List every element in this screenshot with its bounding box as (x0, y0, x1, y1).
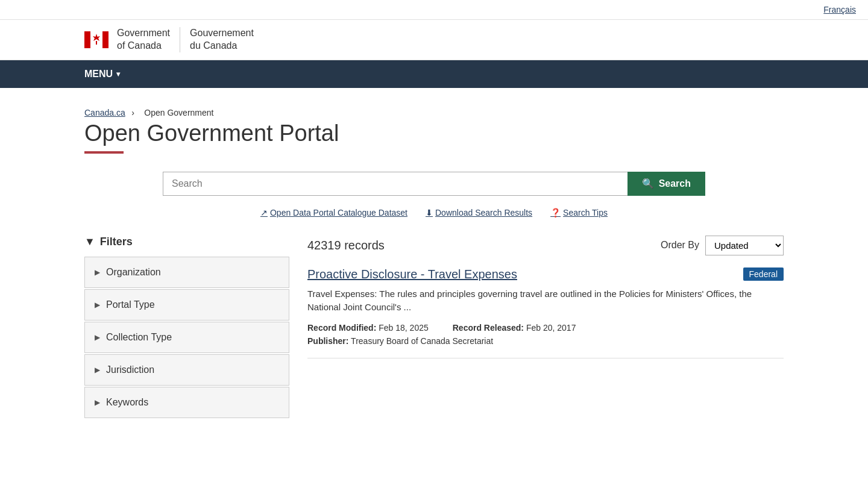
publisher-label: Publisher: (307, 336, 348, 346)
menu-label: MENU (84, 69, 113, 80)
svg-rect-4 (96, 41, 97, 45)
open-data-catalogue-label: Open Data Portal Catalogue Dataset (270, 208, 407, 217)
breadcrumb-separator: › (131, 108, 134, 117)
search-tips-label: Search Tips (563, 208, 608, 217)
lang-toggle[interactable]: Français (823, 5, 856, 14)
help-icon: ❓ (550, 208, 561, 217)
result-card: Proactive Disclosure - Travel Expenses F… (307, 267, 784, 358)
filters-label: Filters (100, 236, 133, 248)
search-links: ↗ Open Data Portal Catalogue Dataset ⬇ D… (84, 208, 784, 217)
publisher-value: Treasury Board of Canada Secretariat (351, 336, 493, 346)
filter-keywords-toggle[interactable]: ▶ Keywords (85, 387, 289, 418)
filter-collection-type-toggle[interactable]: ▶ Collection Type (85, 322, 289, 352)
filter-portal-type: ▶ Portal Type (84, 289, 289, 321)
canada-flag-icon (84, 31, 108, 48)
content-area: ▼ Filters ▶ Organization ▶ Portal Type (84, 236, 784, 419)
filter-jurisdiction-label: Jurisdiction (106, 364, 154, 375)
federal-badge: Federal (743, 267, 784, 281)
search-input[interactable] (163, 172, 627, 196)
header: Governmentof Canada Gouvernementdu Canad… (0, 20, 868, 60)
order-by-section: Order By Updated Relevance Name (661, 236, 784, 255)
filter-triangle-icon: ▶ (95, 268, 100, 277)
open-data-catalogue-link[interactable]: ↗ Open Data Portal Catalogue Dataset (260, 208, 407, 217)
filter-collection-type: ▶ Collection Type (84, 322, 289, 353)
filters-header: ▼ Filters (84, 236, 289, 248)
external-link-icon: ↗ (260, 208, 268, 217)
record-modified-label: Record Modified: (307, 323, 376, 333)
filter-triangle-icon-4: ▶ (95, 366, 100, 374)
filter-collection-type-label: Collection Type (106, 332, 172, 343)
record-released: Record Released: Feb 20, 2017 (453, 323, 576, 333)
filter-triangle-icon-5: ▶ (95, 398, 100, 407)
search-section: 🔍 Search (84, 172, 784, 196)
filter-jurisdiction-toggle[interactable]: ▶ Jurisdiction (85, 355, 289, 385)
filter-triangle-icon-2: ▶ (95, 301, 100, 309)
order-by-label: Order By (661, 240, 699, 251)
nav-bar: MENU ▾ (0, 60, 868, 88)
download-icon: ⬇ (426, 208, 433, 217)
record-modified-value: Feb 18, 2025 (379, 323, 429, 333)
gov-name-en: Governmentof Canada (117, 27, 170, 52)
filter-portal-type-toggle[interactable]: ▶ Portal Type (85, 290, 289, 320)
download-results-label: Download Search Results (435, 208, 532, 217)
menu-button[interactable]: MENU ▾ (84, 60, 120, 88)
breadcrumb: Canada.ca › Open Government (84, 100, 784, 120)
search-wrapper: 🔍 Search (163, 172, 705, 196)
breadcrumb-current: Open Government (144, 108, 213, 117)
search-icon: 🔍 (642, 178, 654, 189)
result-card-header: Proactive Disclosure - Travel Expenses F… (307, 267, 784, 281)
svg-rect-0 (84, 31, 90, 48)
page-title: Open Government Portal (84, 120, 784, 146)
filter-triangle-icon-3: ▶ (95, 333, 100, 342)
search-button-label: Search (659, 178, 691, 189)
title-underline (84, 151, 124, 154)
record-released-value: Feb 20, 2017 (526, 323, 576, 333)
results-area: 42319 records Order By Updated Relevance… (307, 236, 784, 419)
breadcrumb-home[interactable]: Canada.ca (84, 108, 125, 117)
filter-icon: ▼ (84, 236, 95, 248)
gov-name-fr: Gouvernementdu Canada (190, 28, 254, 51)
result-title: Proactive Disclosure - Travel Expenses (307, 267, 517, 281)
filter-keywords-label: Keywords (106, 397, 148, 408)
results-header: 42319 records Order By Updated Relevance… (307, 236, 784, 255)
result-description: Travel Expenses: The rules and principle… (307, 287, 784, 314)
download-results-link[interactable]: ⬇ Download Search Results (426, 208, 532, 217)
record-modified: Record Modified: Feb 18, 2025 (307, 323, 429, 333)
search-button[interactable]: 🔍 Search (627, 172, 705, 196)
filter-organization-toggle[interactable]: ▶ Organization (85, 257, 289, 287)
filter-jurisdiction: ▶ Jurisdiction (84, 354, 289, 386)
top-bar: Français (0, 0, 868, 20)
menu-chevron-icon: ▾ (116, 70, 120, 78)
result-title-link[interactable]: Proactive Disclosure - Travel Expenses (307, 267, 517, 281)
main-content: Canada.ca › Open Government Open Governm… (0, 88, 868, 443)
svg-rect-2 (102, 31, 108, 48)
filter-organization: ▶ Organization (84, 257, 289, 288)
sidebar-filters: ▼ Filters ▶ Organization ▶ Portal Type (84, 236, 289, 419)
result-meta: Record Modified: Feb 18, 2025 Record Rel… (307, 323, 784, 333)
result-publisher: Publisher: Treasury Board of Canada Secr… (307, 336, 784, 346)
gov-name-block: Governmentof Canada (117, 27, 170, 52)
order-by-select[interactable]: Updated Relevance Name (705, 236, 784, 255)
filter-portal-type-label: Portal Type (106, 299, 155, 310)
filter-organization-label: Organization (106, 267, 161, 278)
records-count: 42319 records (307, 239, 385, 252)
search-tips-link[interactable]: ❓ Search Tips (550, 208, 608, 217)
record-released-label: Record Released: (453, 323, 524, 333)
filter-keywords: ▶ Keywords (84, 387, 289, 418)
